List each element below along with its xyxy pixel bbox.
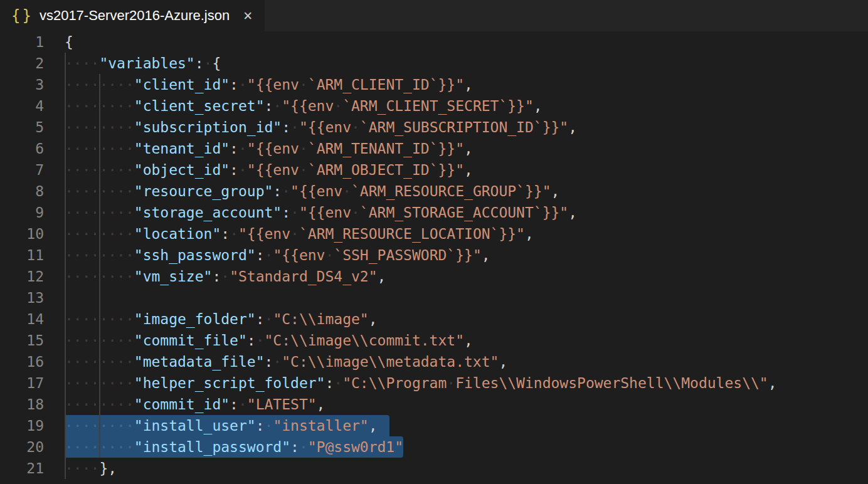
code-token: , bbox=[482, 247, 490, 263]
code-token: "{{env bbox=[273, 247, 325, 263]
code-line[interactable]: 18········"commit_id":·"LATEST", bbox=[0, 394, 868, 415]
selection-highlight: ········"install_password":·"P@ssw0rd1" bbox=[65, 436, 403, 458]
code-token: · bbox=[290, 204, 299, 221]
code-token: "helper_script_folder" bbox=[134, 375, 326, 391]
code-line[interactable]: 20········"install_password":·"P@ssw0rd1… bbox=[0, 436, 868, 458]
json-file-icon: {} bbox=[11, 7, 33, 24]
tab-vs2017-server2016-azure-json[interactable]: {} vs2017-Server2016-Azure.json ✕ bbox=[0, 0, 265, 31]
code-token: · bbox=[299, 76, 308, 93]
code-token: "C:\\image\\commit.txt" bbox=[265, 332, 465, 349]
code-line[interactable]: 15········"commit_file":·"C:\\image\\com… bbox=[0, 330, 868, 351]
line-number[interactable]: 16 bbox=[0, 351, 44, 372]
code-token: · bbox=[265, 418, 273, 434]
line-number[interactable]: 6 bbox=[0, 138, 44, 159]
code-line[interactable]: 6········"tenant_id":·"{{env·`ARM_TENANT… bbox=[0, 138, 868, 159]
line-number[interactable]: 1 bbox=[0, 31, 44, 53]
code-line[interactable]: 9········"storage_account":·"{{env·`ARM_… bbox=[0, 202, 868, 223]
line-number[interactable]: 3 bbox=[0, 74, 44, 95]
line-number[interactable]: 4 bbox=[0, 95, 44, 117]
tab-title: vs2017-Server2016-Azure.json bbox=[40, 8, 230, 24]
code-line[interactable]: 12········"vm_size":·"Standard_DS4_v2", bbox=[0, 266, 868, 287]
code-token: "Standard_DS4_v2" bbox=[230, 268, 377, 285]
code-token: "location" bbox=[134, 226, 221, 242]
code-token: "{{env bbox=[247, 76, 299, 93]
line-number[interactable]: 21 bbox=[0, 458, 44, 479]
code-line-content: ····}, bbox=[65, 458, 117, 479]
line-number[interactable]: 12 bbox=[0, 266, 44, 287]
code-token: "ssh_password" bbox=[134, 247, 256, 263]
line-number[interactable]: 15 bbox=[0, 330, 44, 351]
code-line[interactable]: 8········"resource_group":·"{{env·`ARM_R… bbox=[0, 181, 868, 202]
code-token: "LATEST" bbox=[247, 396, 317, 413]
line-number[interactable]: 2 bbox=[0, 53, 44, 74]
code-token: `ARM_RESOURCE_GROUP`}}" bbox=[351, 183, 551, 199]
code-line[interactable]: 4········"client_secret":·"{{env·`ARM_CL… bbox=[0, 95, 868, 117]
code-token: · bbox=[334, 375, 342, 391]
code-token: · bbox=[238, 140, 247, 157]
code-token: "{{env bbox=[238, 226, 290, 242]
close-icon[interactable]: ✕ bbox=[241, 9, 255, 23]
code-lines: 1{2····"variables":·{3········"client_id… bbox=[0, 31, 868, 479]
code-token: , bbox=[464, 332, 473, 349]
line-number[interactable]: 9 bbox=[0, 202, 44, 223]
code-token: "subscription_id" bbox=[134, 119, 282, 135]
code-editor[interactable]: 1{2····"variables":·{3········"client_id… bbox=[0, 31, 868, 484]
line-number[interactable]: 14 bbox=[0, 308, 44, 330]
tab-bar: {} vs2017-Server2016-Azure.json ✕ bbox=[0, 0, 868, 31]
code-token: , bbox=[464, 76, 473, 93]
line-number[interactable]: 11 bbox=[0, 245, 44, 266]
code-line[interactable]: 5········"subscription_id":·"{{env·`ARM_… bbox=[0, 117, 868, 138]
code-token: `ARM_STORAGE_ACCOUNT`}}" bbox=[360, 204, 568, 221]
code-line[interactable]: 16········"metadata_file":·"C:\\image\\m… bbox=[0, 351, 868, 372]
code-token: , bbox=[369, 311, 378, 327]
code-token: "install_password" bbox=[134, 439, 290, 455]
code-token: · bbox=[299, 162, 308, 178]
code-line[interactable]: 21····}, bbox=[0, 458, 868, 479]
code-line[interactable]: 3········"client_id":·"{{env·`ARM_CLIENT… bbox=[0, 74, 868, 95]
line-number[interactable]: 17 bbox=[0, 372, 44, 394]
code-line-content: ········"metadata_file":·"C:\\image\\met… bbox=[65, 351, 507, 372]
line-number[interactable]: 20 bbox=[0, 436, 44, 458]
code-token: , bbox=[464, 140, 473, 157]
code-line-content: ········"commit_file":·"C:\\image\\commi… bbox=[65, 330, 473, 351]
line-number[interactable]: 10 bbox=[0, 223, 44, 245]
code-token: , bbox=[317, 396, 326, 413]
code-token: "commit_id" bbox=[134, 396, 230, 413]
code-token: , bbox=[378, 268, 386, 285]
line-number[interactable]: 19 bbox=[0, 415, 44, 436]
code-token: , bbox=[551, 183, 560, 199]
code-token: , bbox=[369, 418, 378, 434]
line-number[interactable]: 13 bbox=[0, 287, 44, 308]
code-token: : bbox=[230, 396, 238, 413]
line-number[interactable]: 5 bbox=[0, 117, 44, 138]
code-line[interactable]: 17········"helper_script_folder":·"C:\\P… bbox=[0, 372, 868, 394]
code-line[interactable]: 1{ bbox=[0, 31, 868, 53]
code-token: : bbox=[282, 119, 290, 135]
line-number[interactable]: 8 bbox=[0, 181, 44, 202]
code-token: : bbox=[230, 162, 238, 178]
indent-guide bbox=[99, 74, 100, 458]
code-line[interactable]: 11········"ssh_password":·"{{env·`SSH_PA… bbox=[0, 245, 868, 266]
code-line[interactable]: 7········"object_id":·"{{env·`ARM_OBJECT… bbox=[0, 159, 868, 181]
code-line[interactable]: 19········"install_user":·"installer", bbox=[0, 415, 868, 436]
code-token: · bbox=[230, 226, 238, 242]
code-token: · bbox=[238, 162, 247, 178]
code-token: · bbox=[273, 354, 282, 370]
code-line[interactable]: 10········"location":·"{{env·`ARM_RESOUR… bbox=[0, 223, 868, 245]
code-token: "variables" bbox=[99, 55, 194, 71]
code-token: , bbox=[568, 119, 577, 135]
code-token: , bbox=[534, 98, 542, 114]
code-line[interactable]: 2····"variables":·{ bbox=[0, 53, 868, 74]
code-line[interactable]: 13 bbox=[0, 287, 868, 308]
code-line-content: ········"image_folder":·"C:\\image", bbox=[65, 308, 378, 330]
line-number[interactable]: 18 bbox=[0, 394, 44, 415]
code-line-content: { bbox=[65, 31, 73, 53]
code-token: · bbox=[299, 439, 308, 455]
code-token: }, bbox=[99, 460, 117, 476]
code-token: "storage_account" bbox=[134, 204, 282, 221]
code-token: "installer" bbox=[273, 418, 368, 434]
code-token: ···· bbox=[65, 460, 99, 476]
line-number[interactable]: 7 bbox=[0, 159, 44, 181]
code-token: : bbox=[325, 375, 334, 391]
code-line[interactable]: 14········"image_folder":·"C:\\image", bbox=[0, 308, 868, 330]
